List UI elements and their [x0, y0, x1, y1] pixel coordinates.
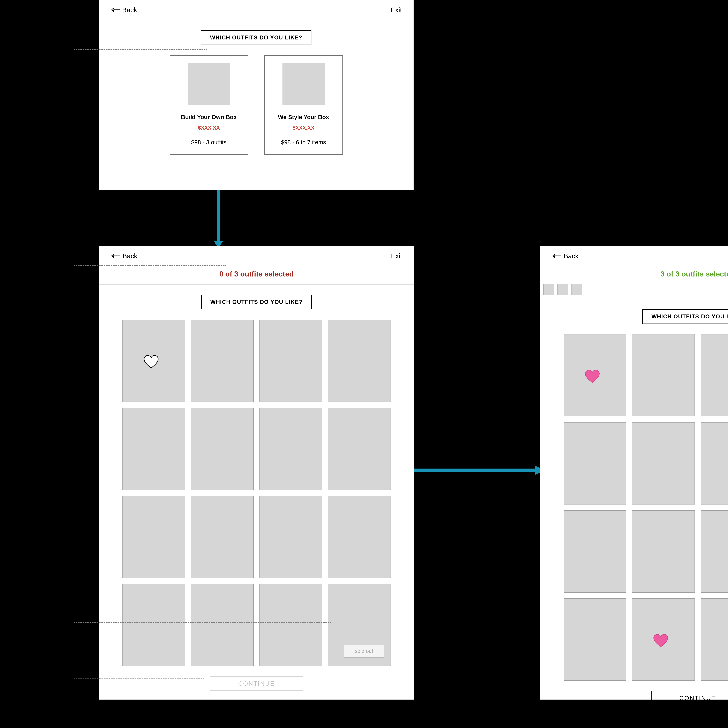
- back-button[interactable]: Back: [110, 6, 137, 14]
- outfit-tile[interactable]: [122, 584, 185, 666]
- back-button[interactable]: Back: [552, 252, 578, 260]
- arrow-left-icon: [552, 253, 561, 259]
- annotation-leader: [74, 679, 204, 679]
- option-old-price: $XXX.XX: [198, 125, 220, 131]
- outfit-tile[interactable]: [122, 496, 185, 578]
- outfit-tile[interactable]: [328, 320, 390, 402]
- outfit-tile[interactable]: [632, 422, 695, 505]
- page-title: WHICH OUTFITS DO YOU LIKE?: [201, 295, 312, 309]
- frame-choose-box: Back Exit WHICH OUTFITS DO YOU LIKE? Bui…: [99, 0, 414, 190]
- outfit-grid: sold out: [564, 334, 728, 681]
- outfit-tile[interactable]: [700, 422, 728, 505]
- annotation-leader: [74, 265, 226, 266]
- outfit-tile[interactable]: [191, 584, 254, 666]
- selected-thumbnail[interactable]: [571, 284, 582, 295]
- selection-status: 0 of 3 outfits selected: [99, 270, 414, 278]
- outfit-tile[interactable]: [191, 408, 254, 490]
- option-build-your-own[interactable]: Build Your Own Box $XXX.XX $98 - 3 outfi…: [170, 55, 248, 155]
- option-price-line: $98 - 6 to 7 items: [271, 139, 336, 145]
- outfit-tile[interactable]: [328, 408, 390, 490]
- arrow-left-icon: [110, 7, 120, 13]
- topbar: Back Exit: [99, 246, 414, 266]
- outfit-tile[interactable]: [260, 584, 322, 666]
- page-title: WHICH OUTFITS DO YOU LIKE?: [642, 309, 728, 324]
- outfit-tile: sold out: [328, 584, 390, 666]
- annotation-leader: [74, 622, 331, 622]
- exit-button[interactable]: Exit: [391, 6, 402, 14]
- heart-filled-icon[interactable]: [653, 634, 669, 648]
- outfit-tile[interactable]: [632, 510, 695, 593]
- heart-outline-icon[interactable]: [143, 355, 159, 369]
- topbar: Back Exit: [540, 246, 728, 266]
- outfit-tile[interactable]: [122, 320, 185, 402]
- heart-filled-icon[interactable]: [584, 369, 600, 384]
- continue-button[interactable]: CONTINUE: [651, 691, 728, 705]
- option-name: We Style Your Box: [271, 114, 336, 121]
- outfit-tile[interactable]: [191, 496, 254, 578]
- outfit-tile[interactable]: [191, 320, 254, 402]
- option-we-style[interactable]: We Style Your Box $XXX.XX $98 - 6 to 7 i…: [264, 55, 343, 155]
- outfit-grid: sold out: [122, 320, 390, 666]
- flow-arrow-down: [213, 190, 224, 248]
- frame-select-outfits-completed: Back Exit 3 of 3 outfits selected WHICH …: [540, 246, 728, 700]
- outfit-tile[interactable]: [700, 510, 728, 593]
- annotation-leader: [74, 49, 207, 50]
- outfit-tile[interactable]: [632, 334, 695, 416]
- sold-out-badge: sold out: [344, 645, 384, 658]
- back-label: Back: [564, 252, 578, 260]
- selected-thumbnail[interactable]: [543, 284, 554, 295]
- arrow-left-icon: [111, 253, 120, 259]
- frame-select-outfits-initial: Back Exit 0 of 3 outfits selected WHICH …: [99, 246, 414, 700]
- back-button[interactable]: Back: [111, 252, 137, 260]
- selection-status: 3 of 3 outfits selected: [540, 270, 728, 278]
- outfit-tile[interactable]: [260, 320, 322, 402]
- outfit-tile[interactable]: [122, 408, 185, 490]
- outfit-tile[interactable]: [564, 422, 626, 505]
- outfit-tile[interactable]: [700, 598, 728, 681]
- page-title: WHICH OUTFITS DO YOU LIKE?: [201, 30, 312, 45]
- option-image-placeholder: [188, 63, 230, 105]
- selected-thumbnail[interactable]: [557, 284, 568, 295]
- exit-button[interactable]: Exit: [391, 252, 402, 260]
- continue-button-disabled: CONTINUE: [210, 676, 303, 691]
- option-old-price: $XXX.XX: [292, 125, 314, 131]
- outfit-tile[interactable]: [328, 496, 390, 578]
- flow-arrow-right: [414, 465, 545, 476]
- outfit-tile[interactable]: [700, 334, 728, 416]
- outfit-tile[interactable]: [260, 496, 322, 578]
- outfit-tile[interactable]: [564, 510, 626, 593]
- outfit-tile[interactable]: [632, 598, 695, 681]
- selected-thumbnails: [540, 284, 728, 295]
- outfit-tile[interactable]: [564, 334, 626, 416]
- annotation-leader: [515, 353, 585, 353]
- option-image-placeholder: [283, 63, 325, 105]
- back-label: Back: [122, 6, 137, 14]
- back-label: Back: [122, 252, 137, 260]
- option-name: Build Your Own Box: [176, 114, 242, 121]
- outfit-tile[interactable]: [260, 408, 322, 490]
- annotation-leader: [74, 353, 144, 353]
- topbar: Back Exit: [99, 0, 413, 20]
- outfit-tile[interactable]: [564, 598, 626, 681]
- option-price-line: $98 - 3 outfits: [176, 139, 242, 145]
